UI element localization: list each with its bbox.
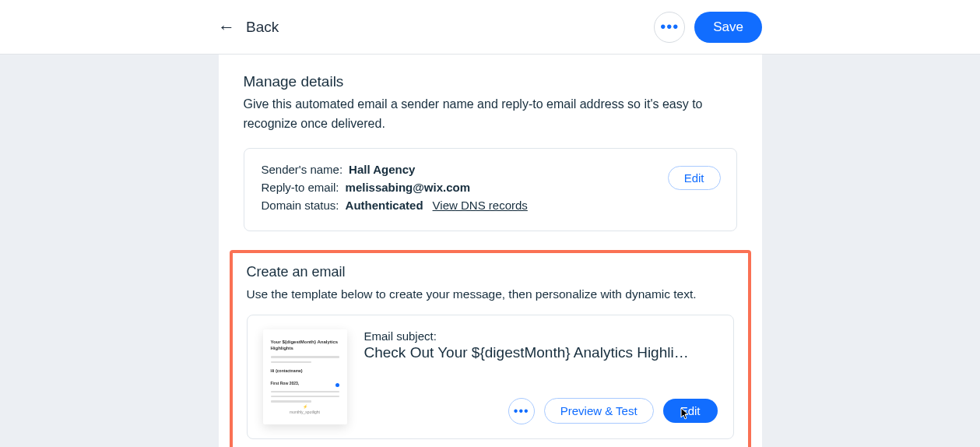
save-button[interactable]: Save xyxy=(694,12,762,43)
sender-name-label: Sender's name: xyxy=(262,163,343,176)
manage-details-section: Manage details Give this automated email… xyxy=(219,73,762,231)
email-template-thumbnail: Your ${digestMonth} Analytics Highlights… xyxy=(263,329,347,424)
edit-sender-details-button[interactable]: Edit xyxy=(668,166,721,190)
back-button[interactable]: ← Back xyxy=(218,19,279,36)
reply-to-value: melissabing@wix.com xyxy=(346,181,471,194)
manage-details-title: Manage details xyxy=(244,73,737,90)
domain-status-label: Domain status: xyxy=(262,199,339,212)
dots-horizontal-icon: ••• xyxy=(660,18,679,36)
page-header: ← Back ••• Save xyxy=(0,0,980,55)
reply-to-label: Reply-to email: xyxy=(262,181,339,194)
reply-to-row: Reply-to email: melissabing@wix.com xyxy=(262,181,719,194)
edit-email-button[interactable]: Edit xyxy=(663,399,718,423)
email-subject-label: Email subject: xyxy=(364,329,718,343)
domain-status-value: Authenticated xyxy=(346,199,423,212)
sender-name-row: Sender's name: Hall Agency xyxy=(262,163,719,176)
dots-horizontal-icon: ••• xyxy=(514,404,529,418)
email-actions: ••• Preview & Test Edit xyxy=(508,398,718,424)
header-actions: ••• Save xyxy=(654,12,762,43)
domain-status-row: Domain status: Authenticated View DNS re… xyxy=(262,199,719,212)
preview-test-button[interactable]: Preview & Test xyxy=(544,398,654,424)
manage-details-description: Give this automated email a sender name … xyxy=(244,95,737,134)
email-subject-value: Check Out Your ${digestMonth} Analytics … xyxy=(364,344,718,361)
sender-name-value: Hall Agency xyxy=(349,163,415,176)
create-email-description: Use the template below to create your me… xyxy=(247,285,734,304)
arrow-left-icon: ← xyxy=(218,19,235,36)
sender-details-card: Sender's name: Hall Agency Reply-to emai… xyxy=(244,148,737,231)
create-email-section: Create an email Use the template below t… xyxy=(230,250,751,447)
back-label: Back xyxy=(246,19,279,36)
create-email-title: Create an email xyxy=(247,264,734,280)
page-content: Manage details Give this automated email… xyxy=(219,55,762,447)
email-template-card: Your ${digestMonth} Analytics Highlights… xyxy=(247,315,734,439)
more-actions-button[interactable]: ••• xyxy=(654,12,685,43)
email-more-actions-button[interactable]: ••• xyxy=(508,398,535,424)
view-dns-records-link[interactable]: View DNS records xyxy=(433,199,528,212)
